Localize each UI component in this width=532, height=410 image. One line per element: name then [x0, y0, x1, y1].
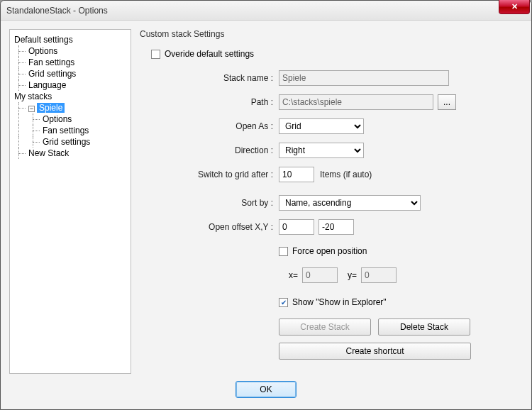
- tree-options[interactable]: Options: [13, 45, 128, 57]
- ok-button[interactable]: OK: [235, 381, 297, 398]
- collapse-icon[interactable]: −: [28, 106, 35, 112]
- tree-spiele[interactable]: −Spiele: [13, 102, 128, 113]
- tree-default-settings[interactable]: Default settings: [13, 34, 128, 45]
- offset-x-input[interactable]: [279, 219, 314, 235]
- shortcut-row: Create shortcut: [279, 343, 517, 360]
- y-label: y=: [348, 270, 357, 280]
- tree-spiele-options[interactable]: Options: [13, 113, 128, 125]
- form-body: Overide default settings Stack name : Pa…: [140, 45, 517, 360]
- window-controls: ✕: [499, 0, 530, 14]
- switch-input[interactable]: [279, 167, 314, 182]
- offset-label: Open offset X,Y :: [151, 222, 279, 232]
- form-panel: Custom stack Settings Overide default se…: [140, 29, 523, 374]
- open-as-select[interactable]: Grid: [279, 118, 364, 134]
- upper-area: Default settings Options Fan settings Gr…: [9, 29, 523, 374]
- force-checkbox[interactable]: [279, 247, 288, 256]
- y-input[interactable]: [361, 267, 397, 283]
- switch-label: Switch to grid after :: [151, 170, 279, 179]
- browse-button[interactable]: ...: [438, 94, 456, 110]
- show-explorer-checkbox[interactable]: ✔: [279, 298, 288, 307]
- window-title: StandaloneStack - Options: [6, 6, 108, 16]
- footer: OK: [9, 381, 523, 401]
- direction-label: Direction :: [151, 145, 279, 155]
- open-as-label: Open As :: [151, 121, 279, 131]
- close-button[interactable]: ✕: [499, 0, 530, 14]
- tree-my-stacks[interactable]: My stacks: [13, 91, 128, 102]
- direction-select[interactable]: Right: [279, 143, 364, 158]
- path-input[interactable]: [279, 94, 433, 110]
- force-label: Force open position: [292, 246, 367, 256]
- tree-grid-settings[interactable]: Grid settings: [13, 68, 128, 79]
- titlebar[interactable]: StandaloneStack - Options ✕: [1, 1, 531, 21]
- client-area: Default settings Options Fan settings Gr…: [1, 21, 531, 409]
- tree-spiele-fan[interactable]: Fan settings: [13, 125, 128, 136]
- section-title: Custom stack Settings: [140, 29, 517, 39]
- override-checkbox[interactable]: [151, 50, 160, 59]
- stack-name-label: Stack name :: [151, 73, 279, 83]
- stack-buttons-row: Create Stack Delete Stack: [279, 318, 517, 336]
- x-input[interactable]: [302, 267, 338, 283]
- close-icon: ✕: [511, 2, 518, 11]
- create-shortcut-button[interactable]: Create shortcut: [279, 343, 471, 360]
- tree-language[interactable]: Language: [13, 79, 128, 91]
- switch-after-label: Items (if auto): [320, 170, 372, 179]
- override-label: Overide default settings: [165, 49, 254, 59]
- show-explorer-label: Show "Show in Explorer": [292, 297, 387, 307]
- tree-spiele-grid[interactable]: Grid settings: [13, 136, 128, 148]
- path-label: Path :: [151, 97, 279, 107]
- options-window: StandaloneStack - Options ✕ Default sett…: [0, 0, 532, 410]
- x-label: x=: [289, 270, 298, 280]
- tree-panel[interactable]: Default settings Options Fan settings Gr…: [9, 29, 131, 374]
- sort-select[interactable]: Name, ascending: [279, 195, 421, 211]
- sort-label: Sort by :: [151, 198, 279, 208]
- override-row: Overide default settings: [151, 45, 517, 63]
- delete-stack-button[interactable]: Delete Stack: [378, 318, 470, 336]
- tree-fan-settings[interactable]: Fan settings: [13, 57, 128, 68]
- offset-y-input[interactable]: [318, 219, 354, 235]
- create-stack-button[interactable]: Create Stack: [279, 318, 371, 336]
- tree-spiele-label: Spiele: [37, 103, 65, 113]
- stack-name-input[interactable]: [279, 70, 449, 86]
- tree-new-stack[interactable]: New Stack: [13, 148, 128, 159]
